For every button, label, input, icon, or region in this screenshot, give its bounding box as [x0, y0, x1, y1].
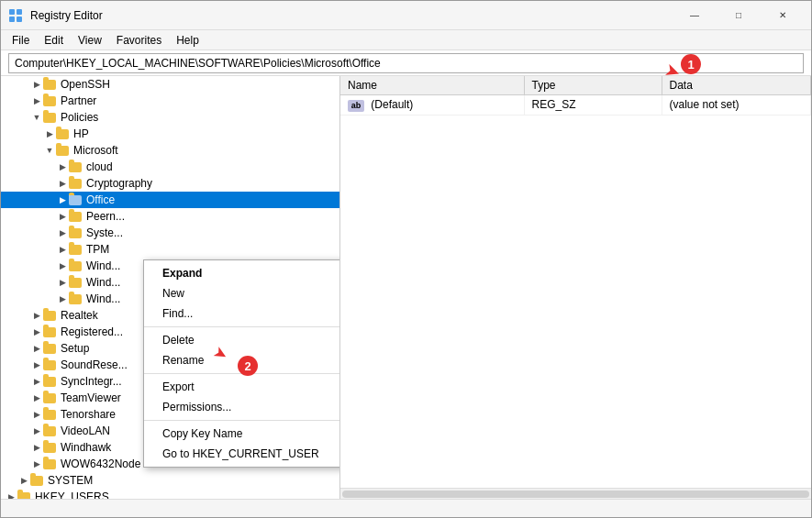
tree-item-policies[interactable]: ▼ Policies: [1, 109, 339, 126]
tree-label-microsoft: Microsoft: [73, 144, 118, 157]
status-bar: [1, 499, 811, 517]
folder-icon-openssh: [43, 79, 58, 91]
ctx-gotohkcu[interactable]: Go to HKEY_CURRENT_USER: [144, 444, 340, 464]
folder-icon-teamviewer: [43, 392, 58, 404]
expander-realtek: ▶: [30, 309, 43, 322]
minimize-button[interactable]: —: [673, 1, 716, 30]
app-icon: [8, 8, 23, 23]
expander-wow6432: ▶: [30, 457, 43, 470]
tree-label-peernaming: Peern...: [86, 210, 125, 223]
ctx-export[interactable]: Export: [144, 377, 340, 397]
tree-label-hp: HP: [73, 127, 89, 140]
folder-icon-wind2: [69, 277, 83, 289]
tree-label-syncinteg: SyncIntegr...: [61, 375, 122, 388]
expander-cryptography: ▶: [56, 177, 69, 190]
expander-office: ▶: [56, 193, 69, 206]
ctx-expand[interactable]: Expand: [144, 263, 340, 283]
folder-icon-wow6432: [43, 458, 58, 470]
menu-view[interactable]: View: [71, 32, 109, 49]
right-pane-empty: [340, 116, 811, 489]
folder-icon-system: [69, 227, 83, 239]
folder-icon-realtek: [43, 310, 58, 322]
expander-setup: ▶: [30, 342, 43, 355]
tree-item-partner[interactable]: ▶ Partner: [1, 93, 339, 109]
svg-rect-1: [17, 9, 22, 15]
tree-item-cryptography[interactable]: ▶ Cryptography: [1, 175, 339, 192]
menu-file[interactable]: File: [5, 32, 37, 49]
tree-item-microsoft[interactable]: ▼ Microsoft: [1, 142, 339, 159]
ctx-permissions[interactable]: Permissions...: [144, 397, 340, 417]
folder-icon-microsoft: [56, 145, 71, 157]
horizontal-scrollbar[interactable]: [340, 488, 811, 499]
close-button[interactable]: ✕: [762, 1, 804, 30]
menu-edit[interactable]: Edit: [37, 32, 71, 49]
table-row[interactable]: ab (Default) REG_SZ (value not set): [340, 95, 811, 116]
main-content: ▶ OpenSSH ▶ Partner ▼ Policies ▶ HP: [1, 76, 811, 499]
expander-wind1: ▶: [56, 259, 69, 272]
value-name: ab (Default): [340, 95, 524, 116]
tree-item-system[interactable]: ▶ Syste...: [1, 225, 339, 241]
folder-icon-windhawk: [43, 442, 58, 454]
tree-item-openssh[interactable]: ▶ OpenSSH: [1, 76, 339, 93]
tree-view[interactable]: ▶ OpenSSH ▶ Partner ▼ Policies ▶ HP: [1, 76, 340, 499]
expander-soundrese: ▶: [30, 358, 43, 371]
tree-item-system2[interactable]: ▶ SYSTEM: [1, 472, 339, 489]
ctx-new-label: New: [162, 287, 184, 300]
ctx-copykeyname[interactable]: Copy Key Name: [144, 424, 340, 444]
tree-label-tpm: TPM: [86, 243, 109, 256]
folder-icon-tenorshare: [43, 409, 58, 421]
value-type: REG_SZ: [524, 95, 662, 116]
folder-icon-peernaming: [69, 211, 83, 223]
ctx-find[interactable]: Find...: [144, 303, 340, 324]
folder-icon-hkeyusers: [17, 491, 32, 500]
values-table: Name Type Data ab (Default) REG_SZ (valu…: [340, 76, 811, 116]
tree-label-cryptography: Cryptography: [86, 177, 152, 190]
folder-icon-system2: [30, 475, 45, 487]
col-header-data: Data: [662, 76, 811, 95]
menu-favorites[interactable]: Favorites: [109, 32, 169, 49]
col-header-type: Type: [524, 76, 662, 95]
folder-icon-soundrese: [43, 359, 58, 371]
tree-item-peernaming[interactable]: ▶ Peern...: [1, 208, 339, 225]
tree-label-setup: Setup: [61, 342, 89, 355]
expander-system: ▶: [56, 226, 69, 239]
scrollbar-track: [342, 490, 809, 498]
tree-label-tenorshare: Tenorshare: [61, 408, 116, 421]
title-bar: Registry Editor — □ ✕: [1, 1, 811, 30]
window-controls: — □ ✕: [673, 1, 804, 30]
tree-item-hp[interactable]: ▶ HP: [1, 126, 339, 142]
tree-item-tpm[interactable]: ▶ TPM: [1, 241, 339, 258]
folder-icon-policies: [43, 112, 58, 124]
ab-icon: ab: [348, 100, 364, 112]
tree-item-cloud[interactable]: ▶ cloud: [1, 159, 339, 175]
expander-hkeyusers: ▶: [5, 490, 17, 499]
tree-label-wow6432: WOW6432Node: [61, 457, 140, 470]
expander-microsoft: ▼: [43, 144, 56, 157]
expander-hp: ▶: [43, 127, 56, 140]
expander-syncinteg: ▶: [30, 375, 43, 388]
tree-label-videolan: VideoLAN: [61, 424, 110, 437]
folder-icon-tpm: [69, 244, 83, 256]
ctx-sep1: [144, 326, 340, 327]
expander-policies: ▼: [30, 111, 43, 124]
svg-rect-0: [9, 9, 15, 15]
maximize-button[interactable]: □: [717, 1, 760, 30]
tree-label-system2: SYSTEM: [48, 474, 93, 487]
tree-item-office[interactable]: ▶ Office: [1, 192, 339, 208]
value-data: (value not set): [662, 95, 811, 116]
expander-teamviewer: ▶: [30, 391, 43, 404]
svg-rect-2: [9, 17, 15, 22]
expander-windhawk: ▶: [30, 441, 43, 454]
expander-openssh: ▶: [30, 78, 43, 91]
ctx-sep3: [144, 420, 340, 421]
svg-rect-3: [17, 17, 22, 22]
tree-label-soundrese: SoundRese...: [61, 358, 128, 371]
badge-1: 1: [681, 54, 701, 74]
ctx-new[interactable]: New ▶: [144, 283, 340, 303]
tree-label-system: Syste...: [86, 226, 123, 239]
tree-item-hkeyusers[interactable]: ▶ HKEY_USERS: [1, 489, 339, 499]
tree-label-openssh: OpenSSH: [61, 78, 110, 91]
menu-help[interactable]: Help: [169, 32, 206, 49]
ctx-delete[interactable]: Delete: [144, 330, 340, 350]
menu-bar: File Edit View Favorites Help: [1, 30, 811, 50]
